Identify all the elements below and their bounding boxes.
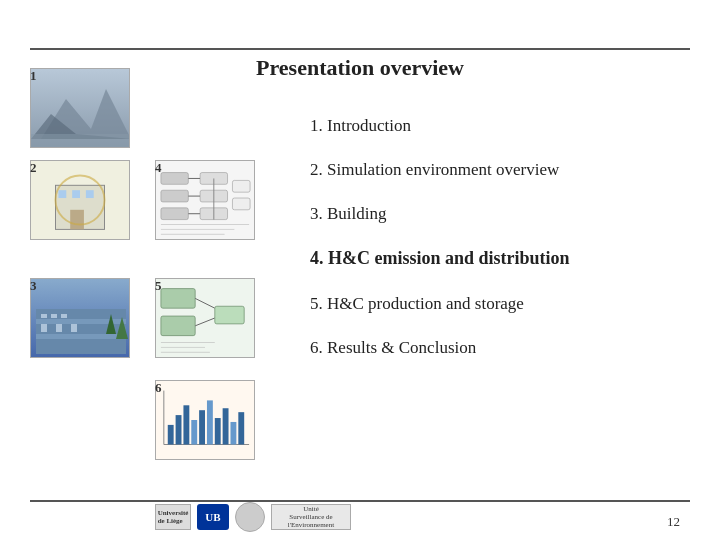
thumbnail-2 xyxy=(30,160,130,240)
thumbnail-6 xyxy=(155,380,255,460)
svg-rect-53 xyxy=(183,405,189,444)
svg-rect-58 xyxy=(223,408,229,444)
svg-rect-8 xyxy=(72,190,80,198)
svg-rect-20 xyxy=(71,324,77,332)
university-logo: Universitéde Liège xyxy=(155,504,191,530)
slide: Presentation overview 1 2 xyxy=(0,0,720,540)
svg-rect-14 xyxy=(36,334,126,339)
svg-rect-60 xyxy=(238,412,244,444)
content-item-3: 3. Building xyxy=(310,203,680,225)
thumbnail-1 xyxy=(30,68,130,148)
svg-rect-17 xyxy=(61,314,67,318)
svg-rect-51 xyxy=(168,425,174,445)
content-item-1: 1. Introduction xyxy=(310,115,680,137)
thumb-4-image xyxy=(156,160,254,240)
svg-rect-7 xyxy=(58,190,66,198)
thumb-5-image xyxy=(156,278,254,358)
item-text-5: H&C production and storage xyxy=(327,294,524,313)
page-number: 12 xyxy=(667,514,680,530)
svg-rect-24 xyxy=(161,173,188,185)
thumb-num-1: 1 xyxy=(30,68,37,84)
svg-rect-33 xyxy=(232,180,250,192)
item-number-5: 5. xyxy=(310,294,323,313)
svg-rect-41 xyxy=(161,316,195,336)
svg-rect-57 xyxy=(215,418,221,444)
item-text-2: Simulation environment overview xyxy=(327,160,559,179)
thumb-2-image xyxy=(31,160,129,240)
svg-rect-15 xyxy=(41,314,47,318)
svg-rect-54 xyxy=(191,420,197,445)
item-text-1: Introduction xyxy=(327,116,411,135)
svg-rect-25 xyxy=(161,190,188,202)
svg-rect-19 xyxy=(56,324,62,332)
ub-logo: UB xyxy=(197,504,229,530)
svg-rect-52 xyxy=(176,415,182,444)
item-number-6: 6. xyxy=(310,338,323,357)
item-text-3: Building xyxy=(327,204,387,223)
thumb-6-image xyxy=(156,380,254,460)
svg-rect-40 xyxy=(161,289,195,309)
thumbnail-3 xyxy=(30,278,130,358)
svg-rect-26 xyxy=(161,208,188,220)
thumb-num-2: 2 xyxy=(30,160,37,176)
content-item-5: 5. H&C production and storage xyxy=(310,293,680,315)
content-item-6: 6. Results & Conclusion xyxy=(310,337,680,359)
content-item-4: 4. H&C emission and distribution xyxy=(310,247,680,270)
content-list: 1. Introduction 2. Simulation environmen… xyxy=(310,115,680,381)
item-number-2: 2. xyxy=(310,160,323,179)
svg-rect-3 xyxy=(31,134,130,148)
svg-rect-16 xyxy=(51,314,57,318)
svg-rect-55 xyxy=(199,410,205,444)
svg-rect-56 xyxy=(207,400,213,444)
thumb-3-image xyxy=(31,279,130,358)
svg-rect-6 xyxy=(70,210,84,230)
thumbnail-4 xyxy=(155,160,255,240)
svg-rect-18 xyxy=(41,324,47,332)
item-number-1: 1. xyxy=(310,116,323,135)
thumb-num-3: 3 xyxy=(30,278,37,294)
item-text-6: Results & Conclusion xyxy=(327,338,476,357)
unite-logo: UnitéSurveillance del'Environnement xyxy=(271,504,351,530)
svg-rect-34 xyxy=(232,198,250,210)
bottom-logos: Universitéde Liège UB UnitéSurveillance … xyxy=(155,502,351,532)
content-item-2: 2. Simulation environment overview xyxy=(310,159,680,181)
top-rule xyxy=(30,48,690,50)
thumb-num-5: 5 xyxy=(155,278,162,294)
thumb-num-6: 6 xyxy=(155,380,162,396)
bottom-rule xyxy=(30,500,690,502)
thumbnail-5 xyxy=(155,278,255,358)
item-number-3: 3. xyxy=(310,204,323,223)
item-text-4: H&C emission and distribution xyxy=(328,248,570,268)
svg-rect-59 xyxy=(230,422,236,445)
item-number-4: 4. xyxy=(310,248,324,268)
thumb-num-4: 4 xyxy=(155,160,162,176)
svg-rect-44 xyxy=(215,306,244,324)
circle-logo xyxy=(235,502,265,532)
svg-rect-9 xyxy=(86,190,94,198)
thumb-1-image xyxy=(31,69,130,148)
